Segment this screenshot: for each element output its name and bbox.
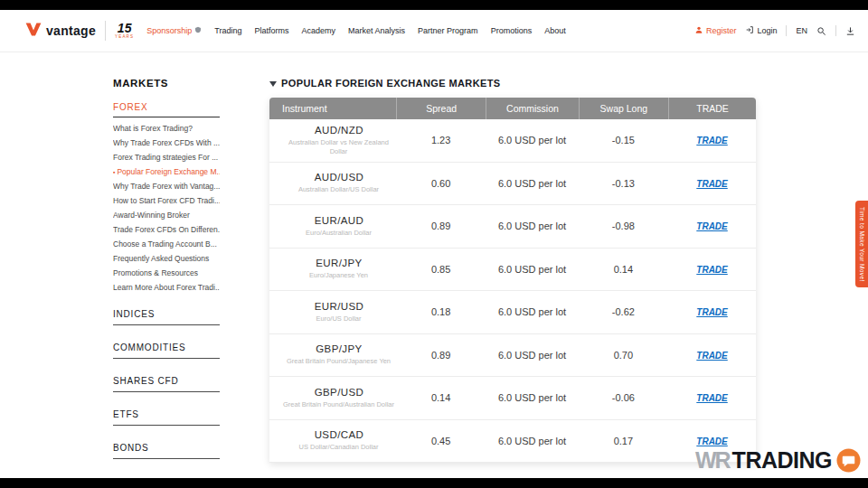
- spread-value: 0.45: [396, 436, 486, 446]
- swap-long-value: -0.98: [579, 221, 669, 231]
- commission-value: 6.0 USD per lot: [486, 178, 578, 189]
- person-icon: [694, 25, 703, 36]
- nav-item-academy[interactable]: Academy: [302, 26, 336, 35]
- commission-value: 6.0 USD per lot: [486, 221, 578, 231]
- main-content: POPULAR FOREIGN EXCHANGE MARKETS Instrum…: [269, 78, 756, 463]
- sidebar-item-award-winning[interactable]: Award-Winning Broker: [113, 211, 220, 220]
- sidebar-section-commodities[interactable]: COMMODITIES: [113, 343, 220, 359]
- sidebar-item-promotions-resources[interactable]: Promotions & Resources: [113, 268, 220, 277]
- wr-trading-watermark: WR TRADING: [695, 447, 861, 474]
- table-header-row: Instrument Spread Commission Swap Long T…: [269, 98, 756, 119]
- anniversary-badge: 15 YEARS: [115, 22, 134, 40]
- sidebar-item-trade-platforms[interactable]: Trade Forex CFDs On Differen...: [113, 225, 220, 234]
- search-icon[interactable]: [816, 26, 826, 36]
- spread-value: 0.18: [396, 306, 486, 317]
- nav-item-about[interactable]: About: [544, 26, 566, 35]
- swap-long-value: -0.13: [579, 178, 669, 189]
- nav-item-partner-program[interactable]: Partner Program: [418, 26, 478, 35]
- trade-button[interactable]: TRADE: [696, 179, 727, 189]
- commission-value: 6.0 USD per lot: [486, 392, 578, 403]
- sidebar-item-what-is-forex[interactable]: What is Forex Trading?: [113, 124, 220, 133]
- anniversary-years-label: YEARS: [115, 35, 134, 40]
- trade-button[interactable]: TRADE: [696, 436, 727, 446]
- nav-item-trading[interactable]: Trading: [214, 26, 241, 35]
- top-black-bar: [0, 0, 868, 10]
- table-row: EUR/AUD Euro/Australian Dollar 0.89 6.0 …: [269, 205, 756, 249]
- sidebar-item-choose-account[interactable]: Choose a Trading Account B...: [113, 239, 220, 249]
- header-instrument: Instrument: [269, 98, 396, 119]
- nav-divider: [105, 21, 106, 41]
- page-title-text: POPULAR FOREIGN EXCHANGE MARKETS: [281, 78, 501, 89]
- instrument-description: Australian Dollar vs New Zealand Dollar: [282, 138, 395, 156]
- instrument-name: AUD/USD: [282, 172, 396, 183]
- vantage-logo-icon: [25, 23, 42, 40]
- instrument-name: EUR/JPY: [282, 258, 396, 268]
- trade-button[interactable]: TRADE: [696, 265, 727, 275]
- commission-value: 6.0 USD per lot: [486, 264, 578, 275]
- vantage-logo[interactable]: vantage: [25, 23, 96, 40]
- trade-button[interactable]: TRADE: [696, 393, 727, 403]
- sidebar-section-forex[interactable]: FOREX: [113, 102, 220, 117]
- swap-long-value: -0.62: [579, 306, 669, 317]
- header-trade: TRADE: [668, 98, 756, 119]
- sidebar-section-shares-cfd[interactable]: SHARES CFD: [113, 376, 220, 392]
- instrument-name: GBP/JPY: [282, 343, 396, 354]
- table-row: GBP/JPY Great Britain Pound/Japanese Yen…: [269, 334, 756, 378]
- register-button[interactable]: Register: [694, 25, 737, 36]
- sidebar-item-strategies[interactable]: Forex Trading strategies For ...: [113, 153, 220, 162]
- header-commission: Commission: [486, 98, 578, 119]
- trade-button[interactable]: TRADE: [696, 221, 727, 231]
- swap-long-value: -0.06: [579, 392, 669, 403]
- table-row: EUR/USD Euro/US Dollar 0.18 6.0 USD per …: [269, 291, 756, 334]
- trade-button[interactable]: TRADE: [696, 351, 727, 361]
- sidebar-item-why-vantage[interactable]: Why Trade Forex with Vantag...: [113, 182, 220, 191]
- nav-separator-2: [835, 25, 836, 36]
- spread-value: 0.14: [396, 392, 486, 403]
- sidebar-item-learn-more[interactable]: Learn More About Forex Tradi...: [113, 283, 220, 292]
- header-swap-long: Swap Long: [579, 98, 669, 119]
- watermark-trading-text: TRADING: [732, 447, 832, 474]
- chat-bubble-icon[interactable]: [836, 448, 861, 473]
- sidebar-item-how-to-start[interactable]: How to Start Forex CFD Tradi...: [113, 196, 220, 205]
- nav-item-promotions[interactable]: Promotions: [491, 26, 533, 35]
- anniversary-number: 15: [118, 22, 132, 34]
- download-icon[interactable]: [845, 26, 855, 36]
- language-selector[interactable]: EN: [796, 26, 807, 35]
- instrument-description: Euro/US Dollar: [282, 314, 395, 324]
- sidebar-section-indices[interactable]: INDICES: [113, 309, 220, 325]
- spread-value: 1.23: [396, 135, 486, 145]
- login-button[interactable]: Login: [745, 25, 777, 36]
- instrument-name: USD/CAD: [282, 429, 396, 440]
- nav-right-group: Register Login EN: [694, 25, 855, 36]
- trade-button[interactable]: TRADE: [696, 136, 727, 145]
- commission-value: 6.0 USD per lot: [486, 135, 578, 145]
- trade-button[interactable]: TRADE: [696, 307, 727, 317]
- commission-value: 6.0 USD per lot: [486, 436, 578, 446]
- vantage-logo-text: vantage: [46, 23, 96, 38]
- nav-item-platforms[interactable]: Platforms: [255, 26, 289, 35]
- instrument-name: GBP/USD: [282, 387, 396, 398]
- sidebar-item-why-trade-cfds[interactable]: Why Trade Forex CFDs With ...: [113, 138, 220, 147]
- nav-item-market-analysis[interactable]: Market Analysis: [348, 26, 405, 35]
- sidebar-section-bonds[interactable]: BONDS: [113, 443, 220, 459]
- promo-side-ribbon[interactable]: Time to Make Your Move!: [855, 201, 868, 287]
- title-triangle-icon: [269, 81, 277, 87]
- page-title: POPULAR FOREIGN EXCHANGE MARKETS: [269, 78, 756, 89]
- main-navbar: vantage 15 YEARS Sponsorship Trading Pla…: [0, 10, 868, 52]
- instrument-description: Great Britain Pound/Japanese Yen: [282, 357, 395, 366]
- sidebar-item-popular-markets[interactable]: Popular Foreign Exchange M...: [113, 167, 220, 176]
- sidebar-item-faq[interactable]: Frequently Asked Questions: [113, 254, 220, 263]
- login-label: Login: [757, 26, 777, 35]
- header-spread: Spread: [396, 98, 486, 119]
- nav-item-sponsorship-label: Sponsorship: [146, 26, 192, 35]
- sidebar-title: MARKETS: [113, 78, 220, 89]
- sidebar-section-etfs[interactable]: ETFS: [113, 409, 220, 426]
- forex-subitems: What is Forex Trading? Why Trade Forex C…: [113, 124, 220, 292]
- table-row: AUD/NZD Australian Dollar vs New Zealand…: [269, 119, 756, 163]
- table-row: GBP/USD Great Britain Pound/Australian D…: [269, 377, 756, 420]
- commission-value: 6.0 USD per lot: [486, 350, 578, 361]
- spread-value: 0.89: [396, 221, 486, 231]
- nav-item-sponsorship[interactable]: Sponsorship: [146, 26, 202, 35]
- login-arrow-icon: [745, 25, 754, 36]
- register-label: Register: [706, 26, 737, 35]
